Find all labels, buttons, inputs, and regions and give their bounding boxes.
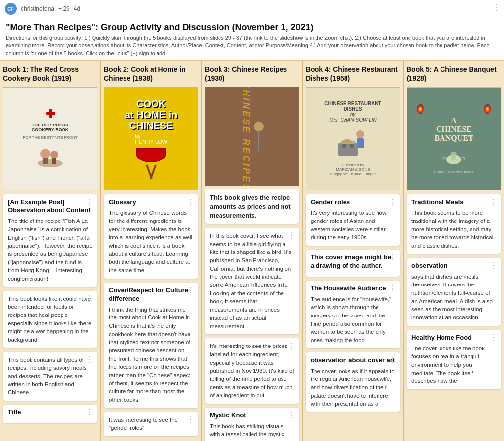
- col4-title: Book 4: Chinese Restaurant Dishes (1958): [306, 65, 400, 83]
- gender-roles-menu[interactable]: ⋮: [388, 197, 396, 207]
- col1-title: Book 1: The Red Cross Cookery Book (1919…: [3, 65, 97, 83]
- svg-point-14: [451, 152, 457, 155]
- housewife-card: ⋮ The Housewife Audience The audience is…: [306, 281, 400, 348]
- book2-cover-image: COOKat HOME inCHINESE byHENRY LOW: [104, 87, 198, 190]
- col3-title: Book 3: Chinese Recipes (1930): [205, 65, 299, 83]
- page-title: "More Than Recipes": Group Activity and …: [6, 22, 498, 32]
- all-recipes-card: ⋮ This book contains all types of recipe…: [3, 352, 97, 401]
- traditional-meals-menu[interactable]: ⋮: [489, 197, 497, 207]
- card-menu-dots-3[interactable]: ⋮: [86, 355, 94, 364]
- glossary-menu[interactable]: ⋮: [187, 197, 194, 207]
- svg-rect-4: [52, 158, 56, 164]
- card-menu-dots-2[interactable]: ⋮: [86, 294, 94, 303]
- column-book5: Book 5: A Chinese Banquet (1928) 🏮 🏮 ACH…: [404, 61, 504, 441]
- time-ago: 4d: [74, 5, 80, 12]
- traditional-meals-title: Traditional Meals: [411, 198, 496, 207]
- svg-point-9: [342, 144, 346, 148]
- header-section: "More Than Recipes": Group Activity and …: [0, 18, 504, 61]
- avatar: CF: [5, 3, 17, 15]
- girl-kite-body: In this book cover, I see what seems to …: [210, 232, 294, 330]
- mystic-knot-body: This book has striking visuals with a ta…: [210, 422, 294, 441]
- gender-roles-note-menu[interactable]: ⋮: [187, 415, 194, 424]
- glossary-card: ⋮ Glossary The glossary of Chinese words…: [104, 194, 198, 279]
- traditional-meals-body: This book seems to be more traditional w…: [411, 209, 496, 250]
- housewife-body: The audience is for "housewife," which i…: [311, 295, 395, 345]
- housewife-title: The Housewife Audience: [311, 284, 395, 293]
- traditional-meals-card: ⋮ Traditional Meals This book seems to b…: [407, 194, 501, 254]
- svg-rect-3: [43, 158, 48, 164]
- gender-roles-card: ⋮ Gender roles It's very interesting to …: [306, 194, 400, 246]
- cover-respect-body: I think the thing that strikes me the mo…: [109, 306, 193, 404]
- example-post-body: The title of the recipe "Fish A La Japon…: [8, 217, 93, 283]
- healthy-home-food-title: Healthy Home Food: [411, 334, 496, 342]
- mystic-knot-title: Mystic Knot: [210, 411, 294, 420]
- war-background-card: ⋮ This book looks like it could have bee…: [3, 291, 97, 348]
- prices-note-text: This book gives the recipe amounts as pr…: [210, 193, 294, 220]
- book1-cover-image: ✚ THE RED CROSSCOOKERY BOOK FOR THE DEST…: [3, 87, 97, 190]
- book4-cover-image: CHINESE RESTAURANTDISHESbyMrs. CHAN SOW …: [306, 87, 400, 190]
- col2-title: Book 2: Cook at Home in Chinese (1938): [104, 65, 198, 83]
- book5-cover-image: 🏮 🏮 ACHINESEBANQUET Eloise Edwards Dyser…: [407, 87, 501, 190]
- all-recipes-body: This book contains all types of recipes,…: [8, 356, 93, 397]
- title-card-title: Title: [8, 409, 93, 417]
- svg-point-10: [350, 144, 354, 148]
- mystic-knot-card: ⋮ Mystic Knot This book has striking vis…: [205, 408, 299, 441]
- cover-respect-menu[interactable]: ⋮: [187, 285, 194, 295]
- cover-art-title: observation about cover art: [311, 356, 395, 365]
- top-bar: CF christinefena + 29 4d: [0, 0, 504, 18]
- card-menu-dots[interactable]: ⋮: [86, 197, 94, 207]
- example-post-title: [An Example Post] Observation about Cont…: [8, 198, 93, 215]
- card-menu-dots-4[interactable]: ⋮: [86, 408, 94, 417]
- svg-rect-7: [338, 143, 358, 156]
- col5-title: Book 5: A Chinese Banquet (1928): [407, 65, 501, 83]
- book3-cover-image: CHINESE RECIPES: [205, 87, 299, 186]
- column-book1: Book 1: The Red Cross Cookery Book (1919…: [0, 61, 101, 441]
- observation-menu[interactable]: ⋮: [489, 261, 497, 270]
- red-cross-icon: ✚: [46, 108, 55, 121]
- points: + 29: [58, 5, 70, 12]
- cover-drawing-menu[interactable]: ⋮: [388, 252, 396, 262]
- cover-art-card: ⋮ observation about cover art The cover …: [306, 352, 400, 412]
- prices-note-menu[interactable]: ⋮: [492, 3, 500, 12]
- gender-roles-title: Gender roles: [311, 198, 395, 207]
- column-book4: Book 4: Chinese Restaurant Dishes (1958)…: [303, 61, 404, 441]
- svg-point-1: [40, 149, 50, 158]
- bowl-icon: [136, 148, 166, 162]
- observation-body: says that dishes are meals themselves. I…: [411, 273, 496, 322]
- glossary-body: The glossary of Chinese words for the di…: [109, 209, 193, 274]
- prices-label-card: ⋮ It's interesting to see the prices lab…: [205, 338, 299, 404]
- svg-point-11: [342, 139, 352, 143]
- columns-wrapper: Book 1: The Red Cross Cookery Book (1919…: [0, 61, 504, 441]
- title-card: ⋮ Title: [3, 405, 97, 423]
- observation-card: ⋮ observation says that dishes are meals…: [407, 258, 501, 326]
- observation-title: observation: [411, 262, 496, 270]
- cover-respect-card: ⋮ Cover/Respect for Culture difference I…: [104, 283, 198, 408]
- column-book3: Book 3: Chinese Recipes (1930) CHINESE R…: [202, 61, 303, 441]
- example-post-card: ⋮ [An Example Post] Observation about Co…: [3, 194, 97, 287]
- cover-drawing-title: This cover image might be a drawing of t…: [311, 253, 395, 270]
- gender-roles-note-body: It was interesting to see the "gender ro…: [109, 416, 193, 432]
- prices-note-card: ⋮ This book gives the recipe amounts as …: [205, 189, 299, 224]
- username: christinefena: [21, 5, 54, 12]
- gender-roles-body: It's very interesting to see how gender …: [311, 209, 395, 242]
- glossary-title: Glossary: [109, 198, 193, 207]
- cover-respect-title: Cover/Respect for Culture difference: [109, 286, 193, 303]
- gender-roles-note-card: ⋮ It was interesting to see the "gender …: [104, 412, 198, 436]
- mystic-knot-menu[interactable]: ⋮: [287, 410, 295, 420]
- header-description: Directions for this group activity: 1.) …: [6, 34, 498, 57]
- healthy-home-food-menu[interactable]: ⋮: [489, 333, 497, 342]
- prices-label-body: It's interesting to see the prices label…: [210, 342, 294, 400]
- cover-art-menu[interactable]: ⋮: [388, 355, 396, 365]
- prices-label-menu[interactable]: ⋮: [287, 341, 295, 350]
- svg-point-2: [50, 151, 58, 158]
- svg-point-0: [38, 159, 63, 167]
- housewife-menu[interactable]: ⋮: [388, 284, 396, 293]
- girl-kite-card: ⋮ In this book cover, I see what seems t…: [205, 228, 299, 334]
- healthy-home-food-card: ⋮ Healthy Home Food The cover looks like…: [407, 330, 501, 389]
- healthy-home-food-body: The cover looks like the book focuses on…: [411, 345, 496, 385]
- column-book2: Book 2: Cook at Home in Chinese (1938) C…: [101, 61, 202, 441]
- cover-art-body: The cover looks as if it appeals to the …: [311, 367, 395, 408]
- svg-point-5: [356, 130, 364, 138]
- girl-kite-menu[interactable]: ⋮: [287, 231, 295, 240]
- svg-rect-6: [357, 138, 364, 148]
